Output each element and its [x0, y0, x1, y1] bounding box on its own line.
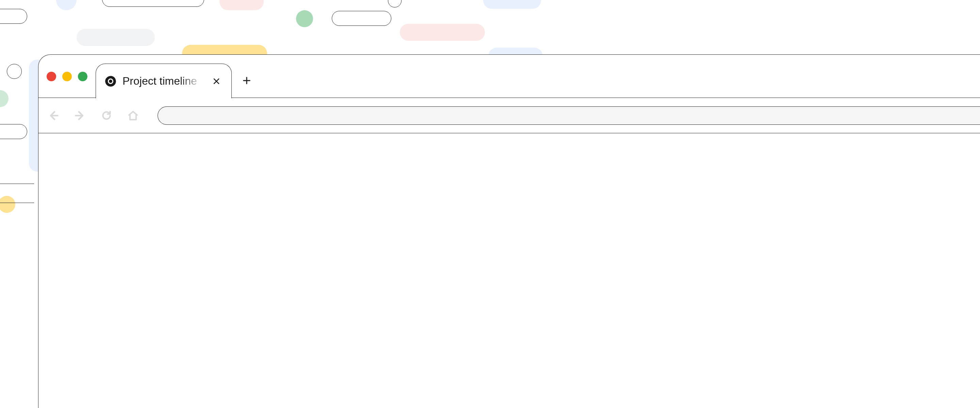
home-button[interactable] [125, 108, 141, 124]
new-tab-button[interactable] [239, 73, 254, 88]
decor-outline-pill [0, 9, 27, 24]
decor-green-dot [296, 10, 313, 27]
decor-green-half [0, 90, 8, 107]
decor-red-pill [400, 24, 485, 41]
svg-point-2 [109, 79, 112, 83]
tab-strip: Project timeline [38, 55, 980, 98]
decor-outline-dot [388, 0, 401, 8]
forward-button[interactable] [72, 108, 88, 124]
window-controls [47, 72, 88, 81]
browser-tab[interactable]: Project timeline [95, 64, 232, 98]
decor-outline-pill [102, 0, 204, 7]
reload-button[interactable] [98, 108, 115, 124]
tab-close-button[interactable] [210, 75, 223, 87]
back-button[interactable] [45, 108, 62, 124]
decor-blue-pill [56, 0, 76, 10]
address-bar[interactable] [158, 106, 980, 125]
decor-blue-pill [483, 0, 541, 9]
decor-outline-pill [0, 124, 27, 139]
decor-outline-line [0, 184, 34, 184]
decor-outline-dot [7, 64, 22, 79]
decor-red-pill [220, 0, 264, 10]
decor-outline-line [0, 203, 34, 203]
browser-window: Project timeline [38, 54, 980, 408]
window-close-button[interactable] [47, 72, 56, 81]
browser-toolbar [38, 98, 980, 133]
tab-title: Project timeline [123, 75, 204, 87]
window-zoom-button[interactable] [78, 72, 88, 81]
window-minimize-button[interactable] [62, 72, 72, 81]
decor-yellow-dot [0, 196, 15, 213]
decor-outline-pill [332, 11, 391, 26]
decor-gray-pill [76, 29, 155, 46]
chrome-icon [105, 76, 116, 87]
